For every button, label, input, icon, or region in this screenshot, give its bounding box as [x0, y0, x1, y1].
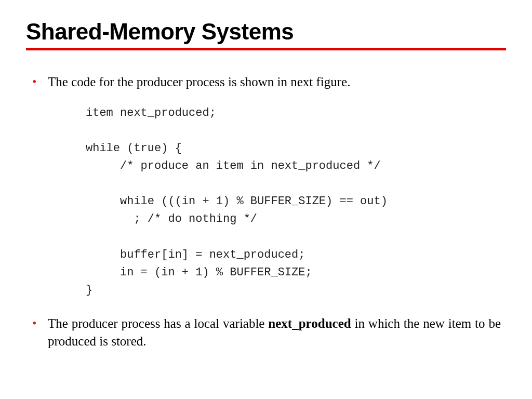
bullet-item-2: The producer process has a local variabl…	[29, 315, 501, 350]
bullet-list-2: The producer process has a local variabl…	[26, 315, 506, 350]
bullet-list: The code for the producer process is sho…	[26, 73, 506, 91]
bullet-item-1: The code for the producer process is sho…	[29, 73, 501, 91]
bullet-2-bold: next_produced	[268, 316, 351, 330]
producer-code-block: item next_produced; while (true) { /* pr…	[86, 104, 506, 299]
slide: Shared-Memory Systems The code for the p…	[0, 0, 532, 399]
bullet-2-text-pre: The producer process has a local variabl…	[48, 316, 268, 330]
slide-title: Shared-Memory Systems	[26, 19, 506, 50]
